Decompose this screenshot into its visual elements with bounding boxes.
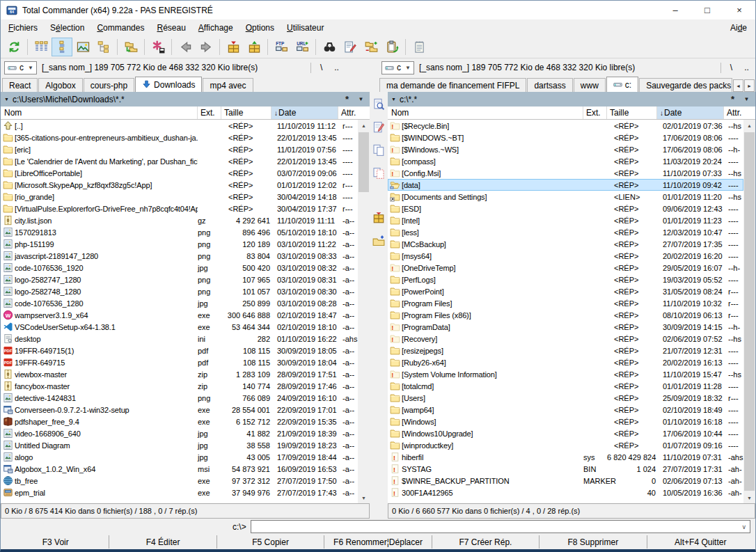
file-row-powerpoint[interactable]: [PowerPoint]<RÉP>31/05/2019 08:24r--- xyxy=(388,285,743,297)
right-tab-ma-demande-de-financement-fifpl[interactable]: ma demande de financement FIFPL xyxy=(379,78,526,92)
multi-rename-button[interactable] xyxy=(340,38,361,56)
scrollbar-thumb[interactable] xyxy=(359,132,369,192)
file-row-vscodeusersetup-x64-1-38-1[interactable]: VSCodeUserSetup-x64-1.38.1exe53 464 3440… xyxy=(1,321,358,333)
right-tab-c[interactable]: c: xyxy=(606,77,638,92)
left-tab-downloads[interactable]: Downloads xyxy=(135,77,202,92)
file-row-onedrivetemp[interactable]: [OneDriveTemp]<RÉP>29/05/2019 16:07--h- xyxy=(388,262,743,274)
file-row-algobox-1-0-2-win-x64[interactable]: Algobox_1.0.2_Win_x64msi54 873 92116/09/… xyxy=(1,463,358,475)
file-row-wamp64[interactable]: [wamp64]<RÉP>02/10/2019 18:49---- xyxy=(388,404,743,416)
file-row-winre-backup-partition[interactable]: $WINRE_BACKUP_PARTITIONMARKER002/06/2019… xyxy=(388,475,743,487)
right-tab-sauvegarde-des-packs-vi[interactable]: Sauvegarde des packs vi xyxy=(639,78,732,92)
copy-button[interactable] xyxy=(371,143,386,158)
new-folder-button[interactable] xyxy=(371,233,386,249)
edit-button[interactable] xyxy=(371,120,386,135)
file-row-program-files[interactable]: [Program Files]<RÉP>11/10/2019 10:32r--- xyxy=(388,297,743,309)
left-tab-react[interactable]: React xyxy=(2,78,38,92)
scrollbar-thumb[interactable] xyxy=(744,132,755,491)
right-scrollbar[interactable]: ▲ ▼ xyxy=(743,120,755,503)
scroll-up-icon[interactable]: ▲ xyxy=(743,120,755,131)
menu-affichage[interactable]: Affichage xyxy=(192,19,239,36)
close-button[interactable]: × xyxy=(723,1,755,19)
scroll-up-icon[interactable]: ▲ xyxy=(358,120,370,131)
file-row-windows-bt[interactable]: [$WINDOWS.~BT]<RÉP>17/06/2019 08:06---- xyxy=(388,132,743,143)
left-tab-mp4-avec[interactable]: mp4 avec xyxy=(203,78,253,92)
file-row-microsoft-skypeapp-kzf8qxf38zg5c-app[interactable]: [Microsoft.SkypeApp_kzf8qxf38zg5c!App]<R… xyxy=(1,179,358,191)
file-row-recovery[interactable]: [Recovery]<RÉP>02/06/2019 07:52--hs xyxy=(388,333,743,345)
file-row-less[interactable]: [less]<RÉP>12/03/2019 10:47---- xyxy=(388,226,743,238)
file-row-virtualpulse-explorerforg-drivefree-nh7p8cqfc4t04-app[interactable]: [VirtualPulse.ExplorerforG-DriveFree_nh7… xyxy=(1,203,358,214)
left-favorites-button[interactable]: * xyxy=(342,94,352,104)
menu-utilisateur[interactable]: Utilisateur xyxy=(281,19,330,36)
left-scrollbar[interactable]: ▲ ▼ xyxy=(358,120,370,503)
pack-files-button[interactable] xyxy=(371,210,386,226)
column-header-date[interactable]: ↓Date xyxy=(271,107,338,119)
column-header-name[interactable]: Nom xyxy=(1,107,198,119)
scroll-down-icon[interactable]: ▼ xyxy=(743,492,755,503)
sync-dirs-button[interactable] xyxy=(361,38,381,56)
left-tab-algobox[interactable]: Algobox xyxy=(38,78,82,92)
view-brief-button[interactable] xyxy=(52,38,72,56)
fkey-f4-diter[interactable]: F4 Éditer xyxy=(109,535,216,549)
back-button[interactable] xyxy=(175,38,196,56)
dir-tree-button[interactable] xyxy=(120,38,141,56)
file-row-logo-2582748-1280[interactable]: logo-2582748_1280png101 05703/10/2019 08… xyxy=(1,285,358,297)
file-row-programdata[interactable]: [ProgramData]<RÉP>30/09/2019 14:15--h- xyxy=(388,321,743,333)
file-row-wampserver3-1-9-x64[interactable]: wampserver3.1.9_x64exe300 646 88802/10/2… xyxy=(1,309,358,321)
file-row-compass[interactable]: [compass]<RÉP>11/03/2019 20:24---- xyxy=(388,155,743,167)
file-row-untitled-diagram[interactable]: Untitled Diagramjpg38 55819/09/2019 18:2… xyxy=(1,439,358,451)
file-row-msys64[interactable]: [msys64]<RÉP>20/02/2019 16:20---- xyxy=(388,250,743,262)
left-parent-button[interactable]: .. xyxy=(331,63,342,72)
file-row-system-volume-information[interactable]: [System Volume Information]<RÉP>11/10/20… xyxy=(388,368,743,380)
file-row-desktop[interactable]: desktopini28201/10/2019 16:22-ahs xyxy=(1,333,358,345)
path-dropdown-icon[interactable]: ▼ xyxy=(391,97,396,102)
fkey-alt-f4-quitter[interactable]: Alt+F4 Quitter xyxy=(647,535,754,549)
right-path-bar[interactable]: ▼ c:\*.* * ▼ xyxy=(388,92,755,107)
file-row-pdfshaper-free-9-4[interactable]: pdfshaper_free_9.4exe6 152 71222/09/2019… xyxy=(1,416,358,427)
file-row-winproductkey[interactable]: [winproductkey]<RÉP>01/07/2019 09:16---- xyxy=(388,439,743,451)
path-dropdown-icon[interactable]: ▼ xyxy=(4,97,9,102)
quick-view-button[interactable] xyxy=(371,97,386,112)
fkey-f7-cr-er-r-p[interactable]: F7 Créer Rép. xyxy=(432,535,539,549)
chevron-down-icon[interactable]: ∨ xyxy=(741,523,746,530)
refresh-button[interactable] xyxy=(3,38,24,56)
file-row-[interactable]: [..]<RÉP>11/10/2019 11:12r--- xyxy=(1,120,358,132)
column-header-attr[interactable]: Attr. xyxy=(338,107,370,119)
left-history-button[interactable]: ▼ xyxy=(356,96,366,102)
file-row-documents-and-settings[interactable]: [Documents and Settings]<LIEN>01/01/2019… xyxy=(388,191,743,203)
fkey-f8-supprimer[interactable]: F8 Supprimer xyxy=(539,535,646,549)
column-header-ext[interactable]: Ext. xyxy=(198,107,221,119)
command-line-input[interactable]: ∨ xyxy=(251,520,750,533)
tab-scroll-left-button[interactable]: ◄ xyxy=(733,79,743,92)
file-row-libreofficeportable[interactable]: [LibreOfficePortable]<RÉP>03/07/2019 09:… xyxy=(1,167,358,179)
file-row-hiberfil[interactable]: hiberfilsys6 820 429 82411/10/2019 07:31… xyxy=(388,451,743,463)
file-row-resizejpegs[interactable]: [resizejpegs]<RÉP>21/07/2019 12:31---- xyxy=(388,345,743,356)
file-row-config-msi[interactable]: [Config.Msi]<RÉP>11/10/2019 07:33--hs xyxy=(388,167,743,179)
file-row-video-1668906-640[interactable]: video-1668906_640jpg41 88221/09/2019 18:… xyxy=(1,427,358,439)
column-header-ext[interactable]: Ext. xyxy=(583,107,607,119)
file-row-users[interactable]: [Users]<RÉP>25/09/2019 18:32r--- xyxy=(388,392,743,404)
file-row-systag[interactable]: SYSTAGBIN1 02427/07/2019 17:31-ah- xyxy=(388,463,743,475)
file-row-fancybox-master[interactable]: fancybox-masterzip140 77428/09/2019 17:4… xyxy=(1,380,358,392)
scroll-down-icon[interactable]: ▼ xyxy=(358,492,370,503)
column-header-size[interactable]: Taille xyxy=(607,107,657,119)
move-button[interactable] xyxy=(371,166,386,181)
right-root-button[interactable]: \ xyxy=(726,63,737,72)
tab-scroll-right-button[interactable]: ► xyxy=(744,79,755,92)
search-button[interactable] xyxy=(319,38,340,56)
file-row-tb-free[interactable]: tb_freeexe97 372 31227/07/2019 17:50-a-- xyxy=(1,475,358,487)
file-row-le-calendrier-de-l-avent-du-marketing-par-dushan-fich[interactable]: [Le 'Calendrier de l'Avent du Marketing'… xyxy=(1,155,358,167)
file-row-city-list-json[interactable]: city.list.jsongz4 292 64111/10/2019 11:1… xyxy=(1,214,358,226)
file-row-rio-grande[interactable]: [rio_grande]<RÉP>30/04/2019 14:18---- xyxy=(1,191,358,203)
file-row-program-files-x86[interactable]: [Program Files (x86)]<RÉP>08/10/2019 06:… xyxy=(388,309,743,321)
menu-commandes[interactable]: Commandes xyxy=(90,19,150,36)
left-root-button[interactable]: \ xyxy=(316,63,326,72)
file-row-epm-trial[interactable]: epm_trialexe37 949 97627/07/2019 17:43-a… xyxy=(1,487,358,498)
column-header-attr[interactable]: Attr. xyxy=(724,107,755,119)
file-row-esd[interactable]: [ESD]<RÉP>09/06/2019 12:43---- xyxy=(388,203,743,214)
file-row-alogo[interactable]: alogojpg43 00517/09/2019 18:44-a-- xyxy=(1,451,358,463)
left-drive-combo[interactable]: c ▼ xyxy=(4,61,37,74)
file-row-ruby26-x64[interactable]: [Ruby26-x64]<RÉP>20/02/2019 16:13---- xyxy=(388,356,743,368)
filter-button[interactable] xyxy=(148,38,168,56)
view-tree-button[interactable] xyxy=(93,38,114,56)
file-row-windows[interactable]: [Windows]<RÉP>01/10/2019 16:18---- xyxy=(388,416,743,427)
